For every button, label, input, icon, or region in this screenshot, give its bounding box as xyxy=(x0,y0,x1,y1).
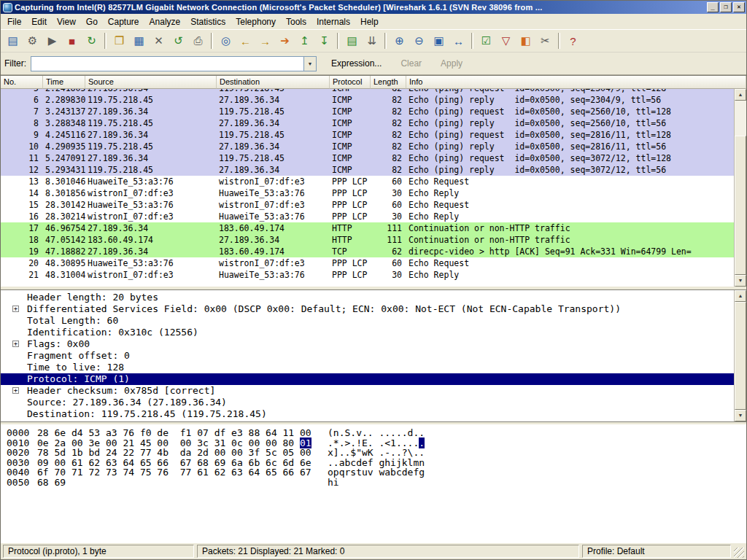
wireshark-window: Capturing from Intel(R) 82577LM Gigabit … xyxy=(0,0,747,560)
hex-offset: 0040 xyxy=(7,467,37,478)
packet-details-pane: Header length: 20 bytes+Differentiated S… xyxy=(1,289,746,422)
expander-icon[interactable]: + xyxy=(12,387,19,394)
detail-line[interactable]: Header length: 20 bytes xyxy=(1,292,734,303)
packet-row[interactable]: 125.293431119.75.218.4527.189.36.34ICMP8… xyxy=(1,164,734,176)
packet-list-scrollbar[interactable]: ▲ ▼ xyxy=(734,89,746,287)
packet-row[interactable]: 52.24160527.189.36.34119.75.218.45ICMP82… xyxy=(1,89,734,94)
hex-offset: 0030 xyxy=(7,458,37,468)
detail-line[interactable]: +Flags: 0x00 xyxy=(1,338,734,350)
hex-line[interactable]: 00406f 70 71 72 73 74 75 76 77 61 62 63 … xyxy=(7,467,740,478)
detail-line[interactable]: Time to live: 128 xyxy=(1,362,734,373)
scrollbar-track[interactable] xyxy=(735,302,746,410)
expander-icon[interactable]: + xyxy=(12,306,19,312)
detail-line[interactable]: +Header checksum: 0x785d [correct] xyxy=(1,385,734,397)
hex-line[interactable]: 005068 69hi xyxy=(7,478,740,488)
filter-dropdown-icon[interactable]: ▼ xyxy=(303,57,316,71)
filter-input[interactable] xyxy=(31,57,303,71)
detail-line[interactable]: +Differentiated Services Field: 0x00 (DS… xyxy=(1,303,734,315)
detail-line[interactable]: Destination: 119.75.218.45 (119.75.218.4… xyxy=(1,408,734,420)
status-field-info: Protocol (ip.proto), 1 byte xyxy=(3,545,194,558)
close-button[interactable]: ✕ xyxy=(733,2,745,12)
detail-line[interactable]: Total Length: 60 xyxy=(1,315,734,327)
minimize-button[interactable]: _ xyxy=(707,2,719,12)
packet-row[interactable]: 1628.302141wistronI_07:df:e3HuaweiTe_53:… xyxy=(1,211,734,222)
detail-text: Header length: 20 bytes xyxy=(27,292,158,303)
hex-line[interactable]: 002078 5d 1b bd 24 22 77 4b da 2d 00 00 … xyxy=(7,448,740,458)
packet-row[interactable]: 94.24511627.189.36.34119.75.218.45ICMP82… xyxy=(1,129,734,141)
detail-text: Fragment offset: 0 xyxy=(27,350,130,361)
scroll-up-icon[interactable]: ▲ xyxy=(735,89,746,101)
hex-offset: 0010 xyxy=(7,438,37,448)
packet-rows: 52.24160527.189.36.34119.75.218.45ICMP82… xyxy=(1,89,734,287)
scrollbar-thumb[interactable] xyxy=(735,136,746,275)
menu-bar: FileEditViewGoCaptureAnalyzeStatisticsTe… xyxy=(1,14,746,30)
packet-row[interactable]: 148.301856wistronI_07:df:e3HuaweiTe_53:a… xyxy=(1,187,734,199)
packet-bytes-pane: 000028 6e d4 53 a3 76 f0 de f1 07 df e3 … xyxy=(1,424,746,543)
packet-row[interactable]: 104.290935119.75.218.4527.189.36.34ICMP8… xyxy=(1,141,734,152)
scroll-down-icon[interactable]: ▼ xyxy=(735,275,746,287)
detail-text: Protocol: ICMP (1) xyxy=(27,373,130,384)
hex-line[interactable]: 003009 00 61 62 63 64 65 66 67 68 69 6a … xyxy=(7,458,740,468)
resize-grip[interactable] xyxy=(734,548,744,558)
hex-offset: 0050 xyxy=(7,478,37,488)
details-scrollbar[interactable]: ▲ ▼ xyxy=(734,290,746,421)
detail-line[interactable]: Protocol: ICMP (1) xyxy=(1,373,734,385)
window-title: Capturing from Intel(R) 82577LM Gigabit … xyxy=(15,3,705,12)
hex-line[interactable]: 000028 6e d4 53 a3 76 f0 de f1 07 df e3 … xyxy=(7,428,740,438)
hex-bytes: 28 6e d4 53 a3 76 f0 de f1 07 df e3 88 6… xyxy=(37,428,328,438)
scroll-up-icon[interactable]: ▲ xyxy=(735,290,746,302)
apply-button[interactable]: Apply xyxy=(436,56,467,71)
hex-offset: 0020 xyxy=(7,448,37,458)
detail-text: Identification: 0x310c (12556) xyxy=(27,327,198,338)
scrollbar-thumb[interactable] xyxy=(735,302,746,410)
expander-icon[interactable]: + xyxy=(12,341,19,347)
detail-text: Flags: 0x00 xyxy=(27,338,90,349)
scroll-down-icon[interactable]: ▼ xyxy=(735,410,746,421)
detail-text: Time to live: 128 xyxy=(27,362,124,373)
packet-row[interactable]: 115.24709127.189.36.34119.75.218.45ICMP8… xyxy=(1,152,734,164)
packet-row[interactable]: 2048.308951HuaweiTe_53:a3:76wistronI_07:… xyxy=(1,257,734,269)
packet-list-pane: No.TimeSourceDestinationProtocolLengthIn… xyxy=(1,75,746,287)
clear-button[interactable]: Clear xyxy=(396,56,426,71)
hex-ascii: opqrstuv wabcdefg xyxy=(328,467,425,478)
packet-row[interactable]: 83.288348119.75.218.4527.189.36.34ICMP82… xyxy=(1,117,734,129)
restore-button[interactable]: ❐ xyxy=(720,2,732,12)
expression-button[interactable]: Expression... xyxy=(327,56,386,71)
status-bar: Protocol (ip.proto), 1 byte Packets: 21 … xyxy=(1,543,746,559)
scrollbar-track[interactable] xyxy=(735,101,746,275)
detail-text: Differentiated Services Field: 0x00 (DSC… xyxy=(27,303,621,314)
hex-bytes: 09 00 61 62 63 64 65 66 67 68 69 6a 6b 6… xyxy=(37,458,328,468)
packet-row[interactable]: 2148.310043wistronI_07:df:e3HuaweiTe_53:… xyxy=(1,269,734,281)
titlebar: Capturing from Intel(R) 82577LM Gigabit … xyxy=(1,1,746,14)
hex-ascii: hi xyxy=(328,477,339,488)
hex-line[interactable]: 00100e 2a 00 3e 00 21 45 00 00 3c 31 0c … xyxy=(7,438,740,448)
packet-row[interactable]: 1746.96754327.189.36.34183.60.49.174HTTP… xyxy=(1,222,734,234)
main-toolbar: ▤⚙▶■↻❐▦✕↺⎙◎←→➔↥↧▤⇊⊕⊖▣↔☑▽◧✂? xyxy=(1,30,746,52)
detail-text: Source: 27.189.36.34 (27.189.36.34) xyxy=(27,397,227,408)
filter-combo: ▼ xyxy=(31,56,317,71)
packet-row[interactable]: 138.301046HuaweiTe_53:a3:76wistronI_07:d… xyxy=(1,176,734,187)
wireshark-app-icon xyxy=(3,3,12,12)
detail-text: Destination: 119.75.218.45 (119.75.218.4… xyxy=(27,408,267,419)
hex-bytes: 6f 70 71 72 73 74 75 76 77 61 62 63 64 6… xyxy=(37,467,328,478)
hex-bytes: 68 69 xyxy=(37,478,328,488)
filter-label: Filter: xyxy=(4,58,26,69)
status-packet-counts: Packets: 21 Displayed: 21 Marked: 0 xyxy=(197,545,579,558)
packet-row[interactable]: 1528.301429HuaweiTe_53:a3:76wistronI_07:… xyxy=(1,199,734,211)
filter-bar: Filter: ▼ Expression... Clear Apply xyxy=(1,52,746,75)
packet-row[interactable]: 1947.18882827.189.36.34183.60.49.174TCP6… xyxy=(1,246,734,257)
detail-text: Header checksum: 0x785d [correct] xyxy=(27,385,215,396)
detail-lines: Header length: 20 bytes+Differentiated S… xyxy=(1,292,746,420)
detail-text: Total Length: 60 xyxy=(27,315,118,326)
packet-row[interactable]: 62.289830119.75.218.4527.189.36.34ICMP82… xyxy=(1,94,734,106)
detail-line[interactable]: Source: 27.189.36.34 (27.189.36.34) xyxy=(1,397,734,408)
hex-offset: 0000 xyxy=(7,428,37,438)
detail-line[interactable]: Identification: 0x310c (12556) xyxy=(1,327,734,338)
hex-bytes: 0e 2a 00 3e 00 21 45 00 00 3c 31 0c 00 0… xyxy=(37,438,328,448)
status-profile[interactable]: Profile: Default xyxy=(582,545,731,558)
hex-bytes: 78 5d 1b bd 24 22 77 4b da 2d 00 00 3f 5… xyxy=(37,448,328,458)
packet-row[interactable]: 73.24313727.189.36.34119.75.218.45ICMP82… xyxy=(1,106,734,117)
packet-list-header: No.TimeSourceDestinationProtocolLengthIn… xyxy=(1,76,746,89)
packet-row[interactable]: 1847.051423183.60.49.17427.189.36.34HTTP… xyxy=(1,234,734,246)
detail-line[interactable]: Fragment offset: 0 xyxy=(1,350,734,362)
